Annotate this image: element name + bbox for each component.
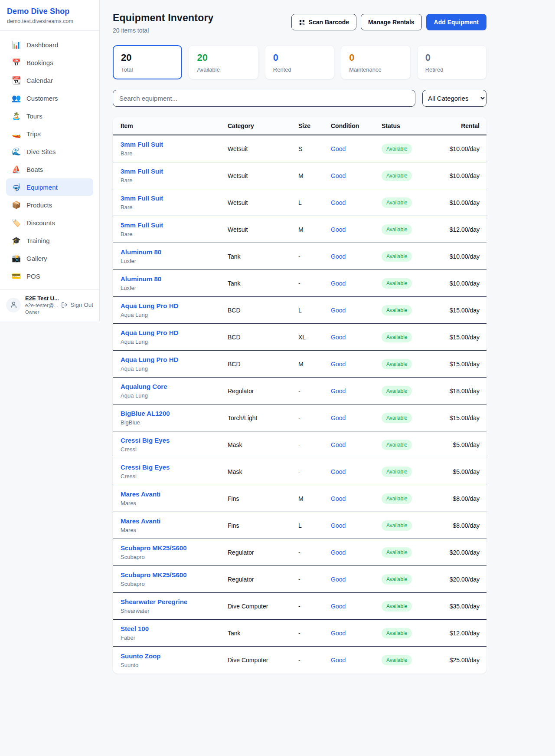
item-cell: Shearwater PeregrineShearwater [113, 598, 228, 614]
sidebar-item-calendar[interactable]: 📆Calendar [6, 72, 93, 89]
item-name-link[interactable]: Cressi Big Eyes [121, 437, 170, 444]
rental-price: $10.00/day [447, 280, 486, 287]
item-brand: Suunto [121, 662, 228, 668]
table-row: Aqua Lung Pro HDAqua LungBCDMGoodAvailab… [113, 351, 486, 378]
sidebar-item-trips[interactable]: 🚤Trips [6, 125, 93, 142]
stat-card-maintenance[interactable]: 0Maintenance [341, 45, 410, 79]
stat-card-retired[interactable]: 0Retired [417, 45, 486, 79]
avatar [6, 298, 21, 312]
item-condition[interactable]: Good [331, 199, 382, 206]
scan-barcode-button[interactable]: Scan Barcode [291, 14, 356, 30]
item-condition[interactable]: Good [331, 226, 382, 233]
item-name-link[interactable]: 3mm Full Suit [121, 194, 163, 202]
item-condition[interactable]: Good [331, 657, 382, 664]
equipment-icon: 🤿 [12, 183, 20, 192]
item-name-link[interactable]: Shearwater Peregrine [121, 598, 187, 605]
stat-card-rented[interactable]: 0Rented [265, 45, 334, 79]
stat-card-total[interactable]: 20Total [113, 45, 182, 79]
item-name-link[interactable]: Aluminum 80 [121, 248, 161, 256]
boats-icon: ⛵ [12, 165, 20, 174]
add-equipment-button[interactable]: Add Equipment [426, 14, 486, 30]
item-cell: 3mm Full SuitBare [113, 141, 228, 157]
item-category: BCD [228, 307, 298, 314]
status-cell: Available [382, 144, 447, 154]
item-size: - [298, 630, 331, 637]
sidebar-item-discounts[interactable]: 🏷️Discounts [6, 214, 93, 231]
item-size: - [298, 414, 331, 421]
item-name-link[interactable]: Aqua Lung Pro HD [121, 356, 178, 363]
item-condition[interactable]: Good [331, 630, 382, 637]
item-condition[interactable]: Good [331, 549, 382, 556]
item-brand: Bare [121, 204, 228, 210]
item-brand: Luxfer [121, 285, 228, 291]
item-name-link[interactable]: 3mm Full Suit [121, 141, 163, 148]
item-condition[interactable]: Good [331, 414, 382, 421]
column-header-status: Status [382, 122, 447, 129]
item-name-link[interactable]: 3mm Full Suit [121, 168, 163, 175]
item-name-link[interactable]: Steel 100 [121, 625, 149, 632]
sidebar-item-products[interactable]: 📦Products [6, 196, 93, 214]
item-condition[interactable]: Good [331, 495, 382, 502]
item-condition[interactable]: Good [331, 603, 382, 610]
item-name-link[interactable]: Scubapro MK25/S600 [121, 571, 187, 579]
column-header-rental: Rental [447, 122, 486, 129]
sidebar-item-label: Products [26, 201, 52, 209]
status-cell: Available [382, 197, 447, 208]
sidebar-item-equipment[interactable]: 🤿Equipment [6, 178, 93, 196]
table-row: Aluminum 80LuxferTank-GoodAvailable$10.0… [113, 243, 486, 270]
item-condition[interactable]: Good [331, 576, 382, 583]
item-name-link[interactable]: Mares Avanti [121, 490, 160, 498]
item-name-link[interactable]: Scubapro MK25/S600 [121, 544, 187, 552]
table-row: Mares AvantiMaresFinsLGoodAvailable$8.00… [113, 512, 486, 539]
item-name-link[interactable]: Aluminum 80 [121, 275, 161, 283]
sign-out-button[interactable]: Sign Out [61, 302, 93, 308]
item-name-link[interactable]: BigBlue AL1200 [121, 410, 170, 417]
sidebar-item-dive-sites[interactable]: 🌊Dive Sites [6, 143, 93, 160]
stat-card-available[interactable]: 20Available [189, 45, 258, 79]
sidebar-item-boats[interactable]: ⛵Boats [6, 161, 93, 178]
item-name-link[interactable]: Aqualung Core [121, 383, 167, 390]
item-condition[interactable]: Good [331, 468, 382, 475]
item-condition[interactable]: Good [331, 307, 382, 314]
item-condition[interactable]: Good [331, 145, 382, 152]
item-name-link[interactable]: Mares Avanti [121, 517, 160, 525]
column-header-category: Category [228, 122, 298, 129]
item-name-link[interactable]: Aqua Lung Pro HD [121, 329, 178, 336]
shop-name[interactable]: Demo Dive Shop [7, 7, 92, 16]
sidebar-item-label: Bookings [26, 59, 53, 66]
sidebar-item-dashboard[interactable]: 📊Dashboard [6, 36, 93, 53]
item-name-link[interactable]: Cressi Big Eyes [121, 463, 170, 471]
sidebar-item-label: Boats [26, 166, 43, 173]
sidebar-item-customers[interactable]: 👥Customers [6, 89, 93, 107]
sidebar-item-bookings[interactable]: 📅Bookings [6, 54, 93, 71]
item-condition[interactable]: Good [331, 441, 382, 448]
sidebar-item-training[interactable]: 🎓Training [6, 232, 93, 249]
item-size: M [298, 172, 331, 179]
dashboard-icon: 📊 [12, 40, 20, 49]
search-input[interactable] [113, 90, 415, 107]
status-badge: Available [382, 520, 412, 531]
item-condition[interactable]: Good [331, 334, 382, 341]
item-condition[interactable]: Good [331, 172, 382, 179]
table-header-row: ItemCategorySizeConditionStatusRental [113, 117, 486, 135]
category-select[interactable]: All Categories [422, 90, 486, 107]
item-name-link[interactable]: Suunto Zoop [121, 652, 160, 660]
item-name-link[interactable]: 5mm Full Suit [121, 221, 163, 229]
item-condition[interactable]: Good [331, 522, 382, 529]
item-brand: Aqua Lung [121, 392, 228, 399]
item-size: - [298, 253, 331, 260]
rental-price: $35.00/day [447, 603, 486, 610]
item-name-link[interactable]: Aqua Lung Pro HD [121, 302, 178, 309]
sidebar-item-pos[interactable]: 💳POS [6, 267, 93, 285]
item-condition[interactable]: Good [331, 361, 382, 368]
sidebar-item-label: Customers [26, 95, 58, 102]
sidebar-item-tours[interactable]: 🏝️Tours [6, 107, 93, 125]
calendar-icon: 📆 [12, 76, 20, 85]
item-size: - [298, 468, 331, 475]
item-condition[interactable]: Good [331, 280, 382, 287]
item-condition[interactable]: Good [331, 253, 382, 260]
item-condition[interactable]: Good [331, 388, 382, 394]
sidebar-item-gallery[interactable]: 📸Gallery [6, 250, 93, 267]
item-size: - [298, 549, 331, 556]
manage-rentals-button[interactable]: Manage Rentals [361, 14, 422, 30]
